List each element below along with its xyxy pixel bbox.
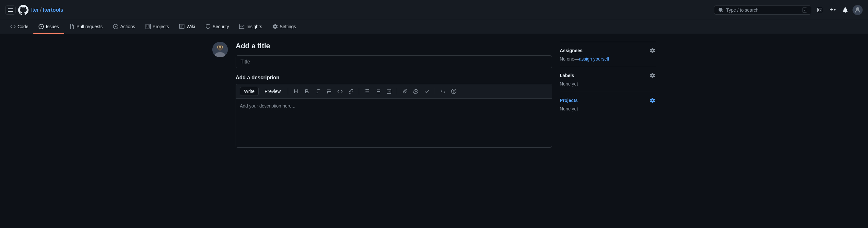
editor-toolbar: Write Preview <box>236 84 552 99</box>
mention-icon <box>413 89 418 94</box>
link-button[interactable] <box>346 88 355 95</box>
tab-wiki-label: Wiki <box>186 24 195 29</box>
tab-actions-label: Actions <box>120 24 135 29</box>
labels-gear-icon <box>650 73 655 78</box>
italic-icon <box>315 89 320 94</box>
tab-issues[interactable]: Issues <box>33 20 64 34</box>
tab-settings[interactable]: Settings <box>268 20 302 34</box>
user-avatar-col <box>212 42 228 148</box>
description-placeholder: Add your description here... <box>240 103 295 108</box>
tab-projects-label: Projects <box>153 24 169 29</box>
undo-button[interactable] <box>438 88 447 95</box>
assignees-none-text: No one— <box>560 56 579 62</box>
description-textarea[interactable]: Add your description here... <box>236 99 552 148</box>
toolbar-divider-1 <box>288 88 288 95</box>
assign-yourself-link[interactable]: assign yourself <box>579 56 609 62</box>
description-editor: Write Preview <box>236 84 552 148</box>
heading-button[interactable] <box>291 88 301 95</box>
tab-security[interactable]: Security <box>200 20 234 34</box>
tab-security-label: Security <box>213 24 229 29</box>
preview-tab-button[interactable]: Preview <box>260 87 285 96</box>
top-nav-right: + ▾ <box>815 4 863 15</box>
tab-code[interactable]: Code <box>5 20 33 34</box>
search-slash-badge: / <box>802 7 807 13</box>
bold-button[interactable] <box>302 88 311 95</box>
tab-actions[interactable]: Actions <box>108 20 141 34</box>
add-description-heading: Add a description <box>236 75 552 80</box>
tab-settings-label: Settings <box>280 24 296 29</box>
repo-breadcrumb: Iter / Itertools <box>31 6 63 13</box>
search-bar[interactable]: Type / to search / <box>714 5 811 14</box>
tab-projects[interactable]: Projects <box>141 20 175 34</box>
notifications-button[interactable] <box>841 5 850 14</box>
assignees-header: Assignees <box>560 47 656 54</box>
tab-wiki[interactable]: Wiki <box>174 20 200 34</box>
plus-icon: + <box>830 6 833 13</box>
undo-icon <box>440 89 445 94</box>
svg-rect-2 <box>8 11 13 12</box>
slash-command-icon <box>451 89 456 94</box>
tab-code-label: Code <box>18 24 28 29</box>
add-title-heading: Add a title <box>236 42 552 50</box>
toolbar-divider-3 <box>397 88 397 95</box>
code-format-icon <box>337 89 343 94</box>
ordered-list-icon <box>364 89 370 94</box>
quote-button[interactable] <box>324 88 334 95</box>
create-new-button[interactable]: + ▾ <box>827 4 838 15</box>
link-icon <box>348 89 353 94</box>
user-avatar[interactable] <box>852 5 863 15</box>
pr-icon <box>69 24 74 29</box>
labels-title: Labels <box>560 73 574 78</box>
user-avatar-image <box>212 42 228 57</box>
quote-icon <box>327 89 332 94</box>
italic-button[interactable] <box>313 88 322 95</box>
security-icon <box>206 24 211 29</box>
reference-button[interactable] <box>422 88 431 95</box>
repo-owner[interactable]: Iter <box>31 7 38 13</box>
assignees-gear-button[interactable] <box>649 47 656 54</box>
slash-command-button[interactable] <box>449 88 458 95</box>
repo-name[interactable]: Itertools <box>43 7 63 13</box>
projects-icon <box>146 24 151 29</box>
attach-icon <box>402 89 407 94</box>
reference-icon <box>424 89 430 94</box>
mention-button[interactable] <box>411 88 421 95</box>
issue-form: Add a title Add a description Write Prev… <box>236 42 552 148</box>
title-input[interactable] <box>236 55 552 68</box>
svg-point-10 <box>218 46 219 48</box>
tab-insights[interactable]: Insights <box>234 20 267 34</box>
bell-icon <box>843 7 848 13</box>
labels-gear-button[interactable] <box>649 72 656 79</box>
tab-pull-requests[interactable]: Pull requests <box>64 20 108 34</box>
terminal-button[interactable] <box>815 5 824 14</box>
attach-button[interactable] <box>400 88 409 95</box>
assignees-title: Assignees <box>560 48 583 53</box>
issues-icon <box>38 24 44 29</box>
settings-icon <box>273 24 278 29</box>
chevron-down-icon: ▾ <box>834 8 836 12</box>
toolbar-divider-2 <box>359 88 359 95</box>
top-navigation: Iter / Itertools Type / to search / + ▾ <box>0 0 868 20</box>
unordered-list-button[interactable] <box>373 88 382 95</box>
svg-point-11 <box>221 46 222 48</box>
code-icon <box>10 24 16 29</box>
code-button[interactable] <box>336 88 345 95</box>
main-content: Add a title Add a description Write Prev… <box>207 34 661 156</box>
tab-pr-label: Pull requests <box>76 24 103 29</box>
svg-rect-0 <box>8 8 13 9</box>
unordered-list-icon <box>375 89 380 94</box>
labels-section: Labels None yet <box>560 67 656 92</box>
assignees-section: Assignees No one—assign yourself <box>560 42 656 67</box>
projects-gear-button[interactable] <box>649 97 656 104</box>
tab-insights-label: Insights <box>246 24 262 29</box>
gear-icon <box>650 48 655 53</box>
write-tab-button[interactable]: Write <box>240 87 259 96</box>
github-logo-icon <box>18 5 29 15</box>
breadcrumb-separator: / <box>40 6 41 13</box>
user-avatar-icon <box>855 7 861 13</box>
hamburger-button[interactable] <box>5 5 16 14</box>
projects-title: Projects <box>560 98 578 103</box>
ordered-list-button[interactable] <box>362 88 371 95</box>
task-list-button[interactable] <box>384 88 394 95</box>
projects-header: Projects <box>560 97 656 104</box>
